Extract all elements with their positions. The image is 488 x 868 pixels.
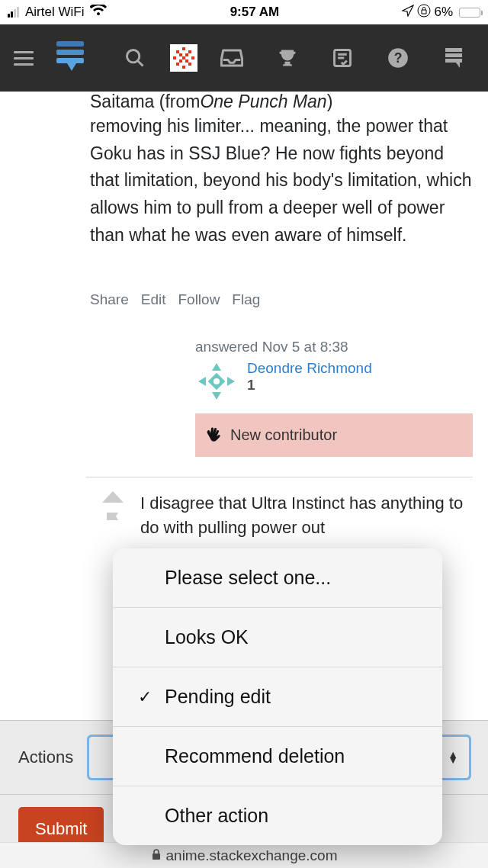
svg-text:?: ? xyxy=(394,50,403,66)
user-name-link[interactable]: Deondre Richmond xyxy=(247,360,372,377)
svg-rect-13 xyxy=(176,63,179,66)
user-reputation: 1 xyxy=(247,377,372,394)
svg-rect-25 xyxy=(445,48,462,52)
site-logo[interactable] xyxy=(53,37,87,79)
review-icon[interactable] xyxy=(331,46,355,70)
svg-rect-16 xyxy=(179,53,182,56)
svg-rect-10 xyxy=(173,56,176,59)
carrier-label: Airtel WiFi xyxy=(25,5,84,20)
time-label: 9:57 AM xyxy=(230,5,280,20)
wave-icon xyxy=(204,424,223,446)
svg-line-5 xyxy=(138,61,143,66)
follow-link[interactable]: Follow xyxy=(178,291,220,308)
help-icon[interactable]: ? xyxy=(387,46,410,70)
post-action-links: Share Edit Follow Flag xyxy=(90,291,473,308)
achievements-icon[interactable] xyxy=(275,46,299,70)
svg-point-34 xyxy=(214,378,220,384)
browser-url-bar[interactable]: anime.stackexchange.com xyxy=(0,842,488,868)
user-avatar-button[interactable] xyxy=(170,44,197,72)
answered-time: answered Nov 5 at 8:38 xyxy=(195,339,473,355)
dropdown-item-pending-edit[interactable]: ✓Pending edit xyxy=(113,667,442,727)
wifi-icon xyxy=(90,5,107,21)
answer-avatar[interactable] xyxy=(195,360,238,403)
comment: I disagree that Ultra Instinct has anyth… xyxy=(90,491,473,540)
svg-rect-1 xyxy=(56,41,84,47)
svg-rect-27 xyxy=(445,59,462,63)
lock-icon xyxy=(151,847,162,864)
battery-icon xyxy=(459,8,480,18)
svg-rect-17 xyxy=(185,53,188,56)
dropdown-item-recommend-deletion[interactable]: ✓Recommend deletion xyxy=(113,727,442,786)
post-content: Saitama (from One Punch Man) removing hi… xyxy=(0,92,488,540)
comment-text: I disagree that Ultra Instinct has anyth… xyxy=(140,491,473,540)
dropdown-title[interactable]: ✓Please select one... xyxy=(113,548,442,608)
user-card: answered Nov 5 at 8:38 Deondre Richmond … xyxy=(195,339,473,457)
menu-button[interactable] xyxy=(14,47,34,69)
orientation-lock-icon xyxy=(417,4,431,21)
svg-rect-7 xyxy=(176,50,179,53)
stackexchange-icon[interactable] xyxy=(441,46,465,70)
new-contributor-label: New contributor xyxy=(230,426,337,444)
svg-rect-8 xyxy=(188,50,191,53)
inbox-icon[interactable] xyxy=(220,46,244,70)
new-contributor-badge: New contributor xyxy=(195,413,473,457)
divider xyxy=(86,477,473,477)
svg-rect-3 xyxy=(56,58,84,63)
share-link[interactable]: Share xyxy=(90,291,129,308)
edit-link[interactable]: Edit xyxy=(141,291,166,308)
svg-point-0 xyxy=(418,5,430,17)
svg-rect-14 xyxy=(188,63,191,66)
comment-upvote-icon[interactable] xyxy=(102,491,124,503)
status-bar: Airtel WiFi 9:57 AM 6% xyxy=(0,0,488,24)
dropdown-item-looks-ok[interactable]: ✓Looks OK xyxy=(113,608,442,667)
top-bar: ? xyxy=(0,24,488,92)
svg-rect-15 xyxy=(182,66,185,69)
url-text: anime.stackexchange.com xyxy=(166,847,338,864)
location-icon xyxy=(402,5,414,21)
truncated-prev-line: Saitama (from One Punch Man) xyxy=(90,92,473,113)
signal-icon xyxy=(8,7,19,18)
dropdown-item-other-action[interactable]: ✓Other action xyxy=(113,786,442,845)
svg-rect-9 xyxy=(182,47,185,50)
battery-percent: 6% xyxy=(434,5,453,20)
search-icon[interactable] xyxy=(124,46,147,70)
comment-flag-icon[interactable] xyxy=(104,510,121,535)
svg-rect-35 xyxy=(152,854,160,860)
svg-rect-2 xyxy=(56,50,84,55)
actions-dropdown: ✓Please select one... ✓Looks OK ✓Pending… xyxy=(113,548,442,845)
flag-link[interactable]: Flag xyxy=(232,291,260,308)
svg-point-4 xyxy=(127,50,140,63)
svg-rect-26 xyxy=(445,53,462,57)
svg-rect-19 xyxy=(185,59,188,63)
svg-rect-11 xyxy=(191,56,194,59)
post-body: removing his limiter... meaning, the pow… xyxy=(90,113,473,249)
select-arrows-icon: ▲▼ xyxy=(448,752,458,763)
svg-rect-12 xyxy=(182,56,185,59)
svg-rect-18 xyxy=(179,59,182,63)
actions-label: Actions xyxy=(18,747,73,767)
